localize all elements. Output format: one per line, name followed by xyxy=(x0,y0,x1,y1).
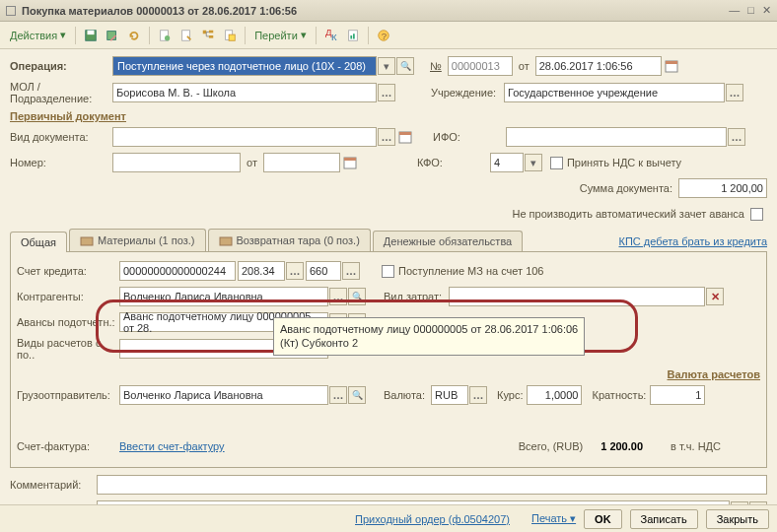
credit-acc3[interactable]: 660 xyxy=(306,261,341,281)
tool-doc1-icon[interactable] xyxy=(155,26,175,45)
kfo-label: КФО: xyxy=(417,157,490,168)
kontr-input[interactable]: Волченко Лариса Ивановна xyxy=(119,287,328,306)
tool-tree-icon[interactable] xyxy=(198,26,218,45)
tool-post-icon[interactable] xyxy=(103,26,122,45)
comment-label: Комментарий: xyxy=(10,479,97,491)
tool-link-icon[interactable] xyxy=(220,26,240,45)
svg-point-4 xyxy=(165,35,170,40)
credit-acc2-btn[interactable] xyxy=(286,262,304,280)
maximize-icon[interactable]: □ xyxy=(747,4,754,17)
kontr-btn[interactable] xyxy=(329,288,347,305)
order-link[interactable]: Приходный ордер (ф.0504207) xyxy=(355,513,510,525)
tool-debit-icon[interactable]: ДК xyxy=(321,26,341,45)
operation-value[interactable]: Поступление через подотчетное лицо (10Х … xyxy=(113,60,376,72)
docdate-input[interactable] xyxy=(263,153,340,172)
credit-acc-label: Счет кредита: xyxy=(17,265,119,277)
kfo-dropdown[interactable] xyxy=(525,154,542,171)
vidz-clear-button[interactable]: ✕ xyxy=(706,288,724,305)
credit-acc1[interactable]: 00000000000000244 xyxy=(119,261,236,281)
valuta-btn[interactable] xyxy=(469,386,487,404)
svg-rect-2 xyxy=(107,31,116,39)
docnum-ot: от xyxy=(247,157,257,168)
sf-label: Счет-фактура: xyxy=(17,440,119,452)
docnum-input[interactable] xyxy=(112,153,241,172)
ifo-select-button[interactable] xyxy=(728,128,745,146)
footer-bar: Приходный ордер (ф.0504207) Печать ▾ OK … xyxy=(0,504,777,532)
goto-menu[interactable]: Перейти ▾ xyxy=(250,29,311,41)
form-body: Операция: Поступление через подотчетное … xyxy=(0,49,777,531)
tool-doc2-icon[interactable] xyxy=(177,26,196,45)
gruz-label: Грузоотправитель: xyxy=(17,389,119,401)
doctype-select-button[interactable] xyxy=(378,128,395,146)
doctype-label: Вид документа: xyxy=(10,131,112,143)
tab-materials[interactable]: Материалы (1 поз.) xyxy=(69,229,206,251)
close-icon[interactable]: ✕ xyxy=(762,4,771,17)
krat-input[interactable]: 1 xyxy=(650,385,705,405)
operation-search-icon[interactable] xyxy=(396,57,414,75)
gruz-btn[interactable] xyxy=(329,386,347,404)
nds-label: в т.ч. НДС xyxy=(671,440,721,452)
post-106-checkbox[interactable] xyxy=(382,265,394,278)
doctype-cal-icon[interactable] xyxy=(395,127,415,147)
ok-button[interactable]: OK xyxy=(584,509,622,529)
vidz-label: Вид затрат: xyxy=(384,291,449,302)
vsego-value: 1 200.00 xyxy=(600,440,643,452)
docdate-cal-icon[interactable] xyxy=(340,153,360,172)
tool-refresh-icon[interactable] xyxy=(124,26,144,45)
operation-label: Операция: xyxy=(10,60,112,72)
nds-checkbox[interactable] xyxy=(550,157,563,169)
print-menu[interactable]: Печать ▾ xyxy=(531,512,576,525)
kontr-label: Контрагенты: xyxy=(17,291,119,302)
svg-rect-1 xyxy=(88,30,95,33)
comment-input[interactable] xyxy=(97,475,767,495)
kps-link[interactable]: КПС дебета брать из кредита xyxy=(618,235,767,247)
date-input[interactable]: 28.06.2017 1:06:56 xyxy=(535,56,662,76)
mol-select-button[interactable] xyxy=(378,84,395,101)
calendar-icon[interactable] xyxy=(662,56,681,76)
credit-acc3-btn[interactable] xyxy=(342,262,360,280)
mol-label: МОЛ / Подразделение: xyxy=(10,81,112,104)
sf-link[interactable]: Ввести счет-фактуру xyxy=(119,440,225,452)
svg-text:?: ? xyxy=(382,30,387,40)
credit-acc2[interactable]: 208.34 xyxy=(238,261,285,281)
tab-tara[interactable]: Возвратная тара (0 поз.) xyxy=(208,229,371,251)
nds-chk-label: Принять НДС к вычету xyxy=(567,157,681,168)
kontr-search-icon[interactable] xyxy=(348,288,366,305)
svg-text:К: К xyxy=(331,32,337,42)
vsego-label: Всего, (RUB) xyxy=(519,440,584,452)
svg-rect-21 xyxy=(399,132,411,135)
svg-rect-6 xyxy=(203,30,207,33)
docnum-label: Номер: xyxy=(10,157,112,168)
ifo-input[interactable] xyxy=(506,127,727,147)
gruz-input[interactable]: Волченко Лариса Ивановна xyxy=(119,385,328,405)
svg-rect-23 xyxy=(344,158,356,161)
valuta-input[interactable]: RUB xyxy=(431,385,468,405)
actions-menu[interactable]: Действия ▾ xyxy=(6,29,70,41)
tool-report-icon[interactable] xyxy=(343,26,363,45)
sum-input[interactable]: 1 200,00 xyxy=(678,178,767,198)
avans-chk-label: Не производить автоматический зачет аван… xyxy=(512,208,744,220)
tab-general[interactable]: Общая xyxy=(10,232,67,252)
number-label: № xyxy=(430,60,442,72)
tool-save-icon[interactable] xyxy=(81,26,101,45)
save-button[interactable]: Записать xyxy=(630,509,698,529)
minimize-icon[interactable]: — xyxy=(729,4,740,17)
uchr-input[interactable]: Государственное учреждение xyxy=(504,83,725,102)
number-input[interactable]: 00000013 xyxy=(448,56,513,76)
operation-dropdown[interactable] xyxy=(378,57,395,75)
mol-input[interactable]: Борисова М. В. - Школа xyxy=(112,83,377,102)
kurs-label: Курс: xyxy=(497,389,523,401)
doctype-input[interactable] xyxy=(112,127,377,147)
tab-obligations[interactable]: Денежные обязательства xyxy=(373,231,523,251)
close-button[interactable]: Закрыть xyxy=(706,509,769,529)
vidr-label: Виды расчетов с по.. xyxy=(17,337,119,361)
kurs-input[interactable]: 1,0000 xyxy=(527,385,582,405)
vidz-input[interactable] xyxy=(449,287,705,306)
currency-header: Валюта расчетов xyxy=(17,368,760,380)
uchr-select-button[interactable] xyxy=(726,84,743,101)
ifo-label: ИФО: xyxy=(433,131,506,143)
tool-help-icon[interactable]: ? xyxy=(374,26,393,45)
kfo-input[interactable]: 4 xyxy=(490,153,524,172)
avans-checkbox[interactable] xyxy=(750,208,763,221)
gruz-search-icon[interactable] xyxy=(348,386,366,404)
